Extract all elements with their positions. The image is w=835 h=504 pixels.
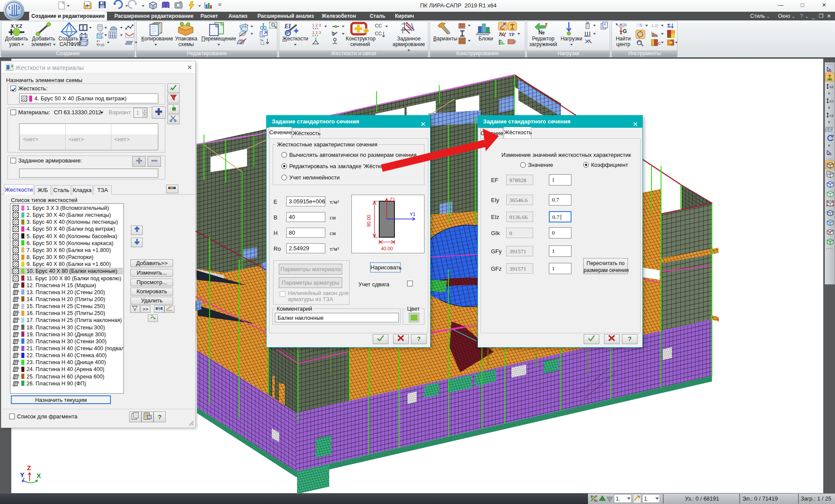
svg-text:X: X <box>37 472 41 479</box>
svg-text:1.: 1. <box>616 496 620 502</box>
svg-text:Z: Z <box>27 464 31 471</box>
svg-text:XZ: XZ <box>829 85 834 89</box>
svg-text:XY: XY <box>829 99 834 103</box>
svg-text:Y: Y <box>20 471 24 478</box>
svg-text:Y1: Y1 <box>410 212 415 217</box>
svg-text:80.00: 80.00 <box>366 215 371 227</box>
svg-text:1.: 1. <box>644 496 648 502</box>
svg-text:№: № <box>594 499 598 503</box>
svg-text:Z1: Z1 <box>390 197 395 202</box>
svg-text:YZ: YZ <box>829 114 834 118</box>
svg-text:40.00: 40.00 <box>381 246 393 251</box>
